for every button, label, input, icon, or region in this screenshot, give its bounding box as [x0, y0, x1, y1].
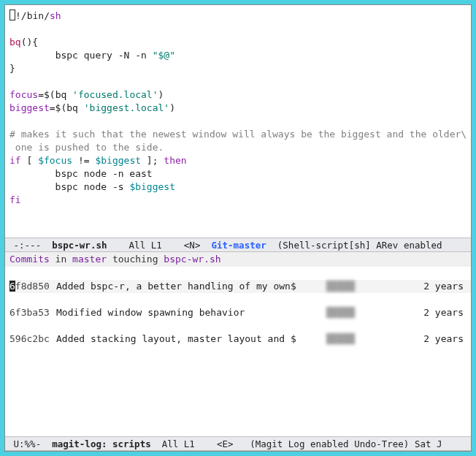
modeline-bottom[interactable]: U:%%- magit-log: scripts All L1 <E> (Mag…	[5, 436, 471, 451]
query-str: "$@"	[153, 50, 175, 61]
assign1-eq: =$(	[38, 89, 55, 100]
ml-bot-left: U:%%-	[8, 438, 52, 449]
query-indent	[9, 50, 55, 61]
ml-top-filename: bspc-wr.sh	[52, 240, 107, 251]
ml-top-mid: All L1 <N>	[107, 240, 211, 251]
assign2-eq: =$(	[50, 102, 66, 113]
commit-msg: Added bspc-r, a better handling of my ow…	[56, 280, 326, 293]
body1: bspc node -n east	[9, 168, 153, 179]
if-op: !=	[72, 155, 95, 166]
func-name: bq	[9, 37, 21, 48]
assign2-close: )	[169, 102, 175, 113]
magit-header-kw2: master	[72, 254, 107, 265]
commit-hash: 596c2bc	[9, 332, 56, 346]
shebang-prefix: !/bin/	[15, 10, 50, 21]
commit-row[interactable]: 6f8d850 Added bspc-r, a better handling …	[9, 280, 471, 293]
magit-header-txt1: in	[50, 254, 72, 265]
commit-hash: 6f3ba53	[9, 306, 56, 319]
comment-line-2: one is pushed to the side.	[9, 142, 164, 153]
func-suffix: (){	[21, 37, 38, 48]
commit-msg: Added stacking layout, master layout and…	[56, 332, 326, 346]
ml-bot-filename: magit-log: scripts	[52, 438, 150, 449]
editor-pane[interactable]: !/bin/sh bq(){ bspc query -N -n "$@" } f…	[5, 5, 471, 238]
if-var2: $biggest	[95, 155, 141, 166]
commit-age: 2 years	[370, 280, 471, 293]
shebang-shell: sh	[50, 10, 61, 21]
commit-msg: Modified window spawning behavior	[56, 306, 326, 319]
commit-age: 2 years	[370, 306, 471, 319]
commit-age: 2 years	[370, 332, 471, 346]
magit-header-txt2: touching	[107, 254, 164, 265]
commit-row[interactable]: 6f3ba53 Modified window spawning behavio…	[9, 306, 471, 319]
assign2-fn: bq	[66, 102, 83, 113]
ml-top-left: -:---	[8, 240, 52, 251]
comment-line-1: # makes it such that the newest window w…	[9, 129, 467, 140]
commit-row[interactable]: 596c2bc Added stacking layout, master la…	[9, 332, 471, 346]
commit-author: █████	[326, 306, 370, 319]
if-kw: if	[9, 155, 21, 166]
assign2-arg: 'biggest.local'	[84, 102, 169, 113]
cursor	[9, 10, 15, 20]
query-cmd: bspc query -N -n	[55, 50, 153, 61]
assign1-close: )	[158, 89, 164, 100]
modeline-top[interactable]: -:--- bspc-wr.sh All L1 <N> Git-master (…	[5, 238, 471, 252]
then-kw: then	[164, 155, 186, 166]
ml-top-git: Git-master	[211, 240, 266, 251]
magit-header: Commits in master touching bspc-wr.sh	[5, 252, 471, 267]
body2-prefix: bspc node -s	[9, 181, 129, 192]
magit-header-kw1: Commits	[9, 254, 50, 265]
commit-author: █████	[326, 280, 370, 293]
if-open: [	[21, 155, 38, 166]
ml-top-right: (Shell-script[sh] ARev enabled	[266, 240, 442, 251]
assign2-lhs: biggest	[9, 102, 50, 113]
commit-author: █████	[326, 332, 370, 346]
assign1-arg: 'focused.local'	[72, 89, 158, 100]
assign1-fn: bq	[55, 89, 72, 100]
magit-log-pane[interactable]: 6f8d850 Added bspc-r, a better handling …	[5, 267, 471, 436]
commit-hash: 6f8d850	[9, 280, 56, 293]
if-var1: $focus	[38, 155, 72, 166]
fi-kw: fi	[9, 194, 21, 205]
magit-header-kw3: bspc-wr.sh	[164, 254, 220, 265]
if-close: ];	[141, 155, 164, 166]
emacs-frame: !/bin/sh bq(){ bspc query -N -n "$@" } f…	[4, 4, 472, 452]
body2-var: $biggest	[129, 181, 175, 192]
assign1-lhs: focus	[9, 89, 38, 100]
close-brace: }	[9, 63, 15, 74]
ml-bot-mid: All L1 <E> (Magit Log enabled Undo-Tree)…	[151, 438, 442, 449]
